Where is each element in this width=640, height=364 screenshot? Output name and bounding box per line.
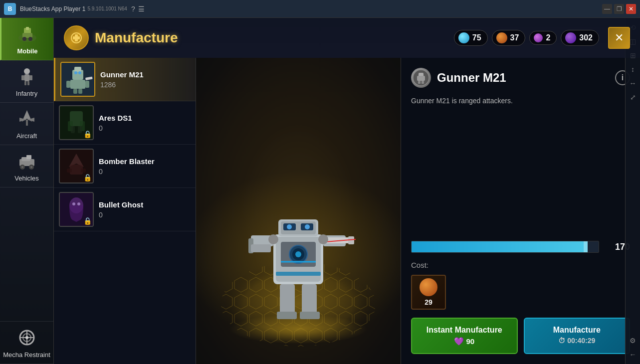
purple-large-icon	[565, 32, 576, 43]
bullet-ghost-info: Bullet Ghost 0	[99, 200, 191, 219]
svg-rect-9	[29, 75, 32, 80]
svg-rect-89	[417, 76, 425, 81]
right-tool-back[interactable]: ←	[628, 349, 639, 360]
svg-rect-15	[26, 120, 28, 126]
sidebar-item-mecha-restraint-label: Mecha Restraint	[3, 351, 50, 359]
sidebar-item-vehicles[interactable]: Vehicles	[0, 145, 53, 187]
sidebar-item-aircraft-label: Aircraft	[16, 132, 37, 140]
close-manufacture-button[interactable]: ✕	[608, 27, 630, 49]
resource-blue-crystal: 75	[454, 30, 488, 46]
unit-item-ares-ds1[interactable]: Ares DS1 0	[54, 101, 196, 145]
svg-point-40	[78, 71, 81, 74]
detail-unit-icon	[411, 68, 431, 88]
bomber-blaster-info: Bomber Blaster 0	[99, 157, 191, 176]
sidebar-item-mecha-restraint[interactable]: Mecha Restraint	[0, 321, 53, 364]
instant-cost-value: 90	[466, 337, 474, 346]
bullet-ghost-thumbnail	[59, 192, 94, 227]
unit-item-bullet-ghost[interactable]: Bullet Ghost 0	[54, 188, 196, 231]
detail-description: Gunner M21 is ranged attackers.	[411, 96, 630, 106]
svg-rect-11	[27, 81, 29, 85]
svg-point-83	[268, 234, 278, 244]
resources-bar: 75 37 2 302 ✕	[454, 27, 630, 49]
svg-point-3	[22, 37, 26, 41]
instant-cost-icon: 💜	[454, 337, 464, 346]
cost-section: Cost: 29	[411, 261, 630, 310]
svg-rect-79	[302, 284, 317, 314]
gunner-m21-name: Gunner M21	[100, 70, 191, 79]
progress-bar	[411, 241, 599, 253]
sidebar-item-aircraft[interactable]: Aircraft	[0, 103, 53, 145]
manufacture-icon	[64, 25, 89, 50]
svg-point-71	[305, 224, 310, 229]
svg-rect-46	[71, 126, 75, 133]
svg-rect-36	[73, 89, 77, 94]
game-area: Mobile Infantry	[0, 18, 640, 364]
sidebar-item-mobile[interactable]: Mobile	[0, 18, 53, 60]
ares-ds1-info: Ares DS1 0	[99, 114, 191, 132]
svg-rect-90	[418, 81, 421, 84]
right-tool-settings[interactable]: ⚙	[628, 335, 639, 346]
svg-rect-81	[300, 312, 320, 319]
header-bar: Manufacture 75 37 2 302 ✕	[54, 18, 640, 58]
window-controls: — ❐ ✕	[602, 4, 636, 14]
manufacture-button[interactable]: Manufacture ⏱ 00:40:29	[524, 318, 631, 354]
maximize-button[interactable]: ❐	[614, 4, 624, 14]
svg-rect-34	[66, 81, 70, 88]
blue-crystal-value: 75	[472, 33, 481, 42]
svg-rect-80	[277, 312, 297, 319]
close-window-button[interactable]: ✕	[626, 4, 636, 14]
vehicles-icon	[14, 150, 39, 173]
manufacture-time: ⏱ 00:40:29	[558, 337, 595, 345]
bomber-blaster-name: Bomber Blaster	[99, 157, 191, 166]
sidebar: Mobile Infantry	[0, 18, 54, 364]
gunner-m21-count: 1286	[100, 81, 191, 89]
detail-unit-name: Gunner M21	[437, 71, 609, 85]
svg-point-70	[287, 224, 292, 229]
svg-rect-91	[422, 81, 424, 84]
svg-rect-52	[81, 169, 86, 173]
gunner-m21-thumbnail	[60, 62, 95, 97]
cost-ore-icon	[420, 278, 437, 296]
svg-rect-86	[251, 244, 271, 252]
orange-ore-value: 37	[510, 33, 519, 42]
app-title: BlueStacks App Player 1	[20, 5, 85, 12]
gunner-m21-info: Gunner M21 1286	[100, 70, 191, 89]
svg-rect-82	[276, 272, 321, 276]
sidebar-item-infantry[interactable]: Infantry	[0, 60, 53, 103]
unit-item-bomber-blaster[interactable]: Bomber Blaster 0	[54, 145, 196, 188]
sidebar-item-infantry-label: Infantry	[16, 90, 37, 97]
sidebar-item-mobile-label: Mobile	[17, 47, 37, 55]
right-tool-4[interactable]: ↕	[628, 64, 639, 75]
right-tool-6[interactable]: ⤢	[628, 92, 639, 103]
detail-spacer	[411, 114, 630, 233]
svg-point-65	[295, 251, 301, 257]
bullet-ghost-count: 0	[99, 211, 191, 219]
cost-item-ore: 29	[411, 275, 446, 310]
svg-point-21	[21, 166, 23, 168]
bomber-blaster-count: 0	[99, 168, 191, 176]
minimize-button[interactable]: —	[602, 4, 612, 14]
svg-rect-30	[73, 36, 80, 39]
cost-ore-value: 29	[425, 298, 432, 306]
svg-rect-18	[26, 155, 31, 159]
unit-item-gunner-m21[interactable]: Gunner M21 1286	[54, 58, 196, 101]
svg-rect-5	[26, 27, 29, 30]
instant-manufacture-button[interactable]: Instant Manufacture 💜 90	[411, 318, 518, 354]
purple-small-value: 2	[546, 33, 550, 42]
orange-ore-icon	[496, 32, 507, 43]
svg-rect-37	[78, 89, 82, 94]
unit-list: Gunner M21 1286 Ares D	[54, 58, 196, 364]
ares-ds1-count: 0	[99, 124, 191, 132]
titlebar: B BlueStacks App Player 1 5.9.101.1001 N…	[0, 0, 640, 18]
blue-crystal-icon	[458, 32, 469, 43]
help-icon[interactable]: ?	[131, 5, 135, 13]
content-area: Gunner M21 1286 Ares D	[54, 58, 640, 364]
cost-label: Cost:	[411, 261, 428, 269]
detail-panel: Gunner M21 i Gunner M21 is ranged attack…	[401, 58, 640, 364]
mobile-icon	[15, 23, 40, 45]
robot-model	[236, 194, 361, 344]
right-tool-5[interactable]: ↔	[628, 78, 639, 89]
page-title: Manufacture	[95, 30, 178, 46]
app-version: 5.9.101.1001 N64	[87, 6, 127, 11]
menu-icon[interactable]: ☰	[138, 5, 145, 13]
